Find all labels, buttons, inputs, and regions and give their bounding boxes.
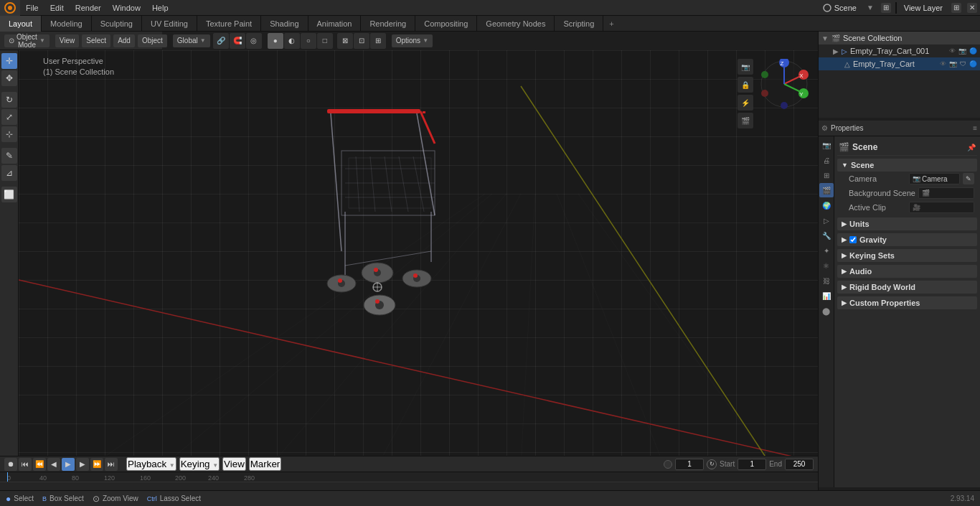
transform-lock-btn[interactable]: 🔗 <box>213 33 229 49</box>
tab-animation[interactable]: Animation <box>308 16 362 32</box>
custom-props-header[interactable]: ▶ Custom Properties <box>837 296 977 309</box>
menu-file[interactable]: File <box>20 0 44 16</box>
tab-modeling[interactable]: Modeling <box>42 16 92 32</box>
cart-001-render[interactable]: 🔵 <box>969 47 977 55</box>
tab-uv-editing[interactable]: UV Editing <box>142 16 197 32</box>
timeline-playhead[interactable] <box>7 472 8 482</box>
outliner-item-cart-001[interactable]: ▶ ▷ Empty_Tray_Cart_001 👁 📷 🔵 <box>819 44 980 57</box>
scene-menu-btn[interactable]: ⊞ <box>878 3 894 13</box>
cart-001-eye[interactable]: 👁 <box>949 47 956 55</box>
viewport-3d[interactable]: User Perspective (1) Scene Collection X … <box>19 50 818 456</box>
record-btn[interactable]: ⏺ <box>4 458 17 471</box>
scene-section-header[interactable]: ▼ Scene <box>837 159 977 172</box>
prop-tab-material[interactable]: ⬤ <box>819 304 834 318</box>
rigid-body-header[interactable]: ▶ Rigid Body World <box>837 281 977 294</box>
rotate-tool[interactable]: ↻ <box>1 92 17 108</box>
tab-layout[interactable]: Layout <box>0 16 42 32</box>
gravity-section-header[interactable]: ▶ Gravity <box>837 233 977 246</box>
next-keyframe-btn[interactable]: ⏩ <box>90 458 103 471</box>
material-shading-btn[interactable]: ◐ <box>284 33 300 49</box>
current-frame-input[interactable]: 1 <box>675 459 704 470</box>
prop-tab-constraints[interactable]: ⛓ <box>819 273 834 288</box>
cart-eye[interactable]: 👁 <box>940 60 946 67</box>
viewport-render-btn[interactable]: 🎬 <box>738 113 753 128</box>
jump-end-btn[interactable]: ⏭ <box>105 458 118 471</box>
gravity-checkbox[interactable] <box>849 236 857 243</box>
view-layer-remove[interactable]: ✕ <box>964 3 980 13</box>
overlay-btn[interactable]: ⊡ <box>354 33 369 49</box>
play-btn[interactable]: ▶ <box>62 458 75 471</box>
select-btn[interactable]: Select <box>82 34 110 47</box>
viewport-lock-btn[interactable]: 🔒 <box>738 77 753 93</box>
snap-btn[interactable]: 🧲 <box>230 33 245 49</box>
camera-value[interactable]: 📷 Camera <box>909 173 960 184</box>
object-btn[interactable]: Object <box>138 34 167 47</box>
transform-tool[interactable]: ⊹ <box>1 126 17 142</box>
scale-tool[interactable]: ⤢ <box>1 109 17 125</box>
cart-camera[interactable]: 📷 <box>949 60 957 67</box>
keying-menu-btn[interactable]: Keying ▼ <box>179 457 220 471</box>
prop-tab-particles[interactable]: ✦ <box>819 243 834 258</box>
outliner-scene-collection[interactable]: ▼ 🎬 Scene Collection <box>819 32 980 44</box>
tab-sculpting[interactable]: Sculpting <box>92 16 142 32</box>
tab-geometry-nodes[interactable]: Geometry Nodes <box>477 16 555 32</box>
add-btn[interactable]: Add <box>113 34 135 47</box>
object-mode-btn[interactable]: ⊙ Object Mode ▼ <box>4 34 50 47</box>
menu-render[interactable]: Render <box>70 0 107 16</box>
properties-filter[interactable]: ≡ <box>973 124 977 132</box>
gizmo-btn[interactable]: ⊞ <box>370 33 386 49</box>
rendered-shading-btn[interactable]: ○ <box>301 33 316 49</box>
next-frame-btn[interactable]: ▶ <box>76 458 89 471</box>
prop-tab-world[interactable]: 🌍 <box>819 198 834 212</box>
tab-scripting[interactable]: Scripting <box>555 16 603 32</box>
viewport-sync-btn[interactable]: ⚡ <box>738 95 753 111</box>
tab-add[interactable]: + <box>603 19 619 28</box>
units-section-header[interactable]: ▶ Units <box>837 217 977 230</box>
props-pin-btn[interactable]: 📌 <box>967 144 976 151</box>
keying-sets-header[interactable]: ▶ Keying Sets <box>837 249 977 262</box>
measure-tool[interactable]: ⊿ <box>1 165 17 181</box>
tab-compositing[interactable]: Compositing <box>415 16 477 32</box>
prop-tab-physics[interactable]: ⚛ <box>819 258 834 273</box>
outliner-item-cart[interactable]: △ Empty_Tray_Cart 👁 📷 🛡 🔵 <box>819 57 980 70</box>
camera-view-btn[interactable]: 📷 <box>738 59 753 75</box>
cart-001-camera[interactable]: 📷 <box>958 47 966 55</box>
cart-render[interactable]: 🔵 <box>969 60 977 67</box>
prop-tab-modifier[interactable]: 🔧 <box>819 228 834 243</box>
frame-end-input[interactable]: 250 <box>785 459 814 470</box>
jump-start-btn[interactable]: ⏮ <box>19 458 32 471</box>
proportional-btn[interactable]: ◎ <box>246 33 262 49</box>
annotate-tool[interactable]: ✎ <box>1 148 17 164</box>
view-menu-btn[interactable]: View <box>222 457 246 471</box>
tab-shading[interactable]: Shading <box>261 16 308 32</box>
view-btn[interactable]: View <box>55 34 80 47</box>
prev-frame-btn[interactable]: ◀ <box>47 458 60 471</box>
options-btn[interactable]: Options ▼ <box>392 34 433 47</box>
tab-texture-paint[interactable]: Texture Paint <box>197 16 261 32</box>
bg-scene-value[interactable]: 🎬 <box>918 187 974 199</box>
active-clip-value[interactable]: 🎥 <box>909 202 974 213</box>
cart-shield[interactable]: 🛡 <box>960 60 966 67</box>
scene-expand-btn[interactable]: ▼ <box>862 4 878 11</box>
prop-tab-output[interactable]: 🖨 <box>819 153 834 167</box>
prop-tab-data[interactable]: 📊 <box>819 289 834 303</box>
view-layer-add[interactable]: ⊞ <box>948 3 964 13</box>
prev-keyframe-btn[interactable]: ⏪ <box>33 458 46 471</box>
prop-tab-view-layer[interactable]: ⊞ <box>819 168 834 182</box>
cursor-tool[interactable]: ✛ <box>1 53 17 69</box>
prop-tab-scene[interactable]: 🎬 <box>819 183 834 197</box>
menu-window[interactable]: Window <box>107 0 146 16</box>
fps-indicator[interactable]: ↻ <box>707 459 717 469</box>
marker-menu-btn[interactable]: Marker <box>249 457 281 471</box>
xray-btn[interactable]: ⊠ <box>337 33 353 49</box>
menu-edit[interactable]: Edit <box>44 0 70 16</box>
audio-section-header[interactable]: ▶ Audio <box>837 265 977 278</box>
camera-eyedropper[interactable]: ✎ <box>963 173 974 184</box>
prop-tab-render[interactable]: 📷 <box>819 138 834 152</box>
add-cube-tool[interactable]: ⬜ <box>1 187 17 202</box>
global-btn[interactable]: Global ▼ <box>173 34 210 47</box>
prop-tab-object[interactable]: ▷ <box>819 213 834 228</box>
solid-shading-btn[interactable]: ● <box>268 33 283 49</box>
wireframe-shading-btn[interactable]: □ <box>317 33 333 49</box>
frame-start-input[interactable]: 1 <box>738 459 766 470</box>
